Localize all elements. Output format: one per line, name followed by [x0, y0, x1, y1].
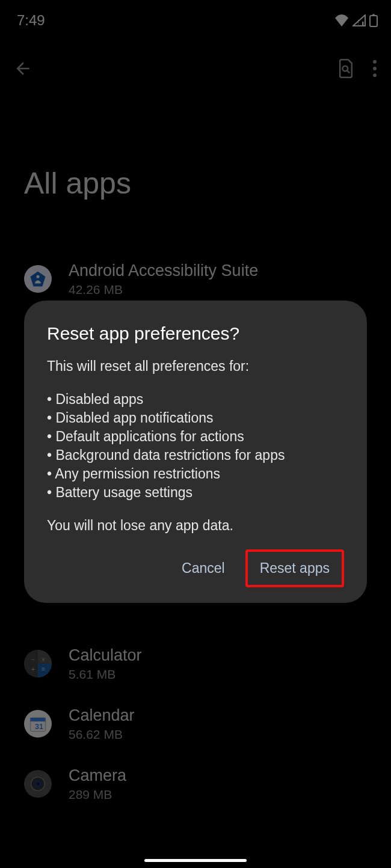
dialog-bullet: Battery usage settings — [47, 483, 344, 502]
dialog-bullet: Background data restrictions for apps — [47, 446, 344, 465]
dialog-bullet: Disabled apps — [47, 390, 344, 409]
dialog-body: This will reset all preferences for: Dis… — [47, 357, 344, 535]
dialog-trail: You will not lose any app data. — [47, 516, 344, 535]
dialog-bullets: Disabled apps Disabled app notifications… — [47, 390, 344, 502]
dialog-actions: Cancel Reset apps — [47, 549, 344, 587]
home-indicator[interactable] — [144, 859, 247, 862]
dialog-title: Reset app preferences? — [47, 323, 344, 344]
dialog-bullet: Any permission restrictions — [47, 465, 344, 483]
dialog-lead: This will reset all preferences for: — [47, 357, 344, 376]
cancel-button[interactable]: Cancel — [170, 549, 237, 587]
dialog-bullet: Default applications for actions — [47, 427, 344, 446]
reset-apps-button[interactable]: Reset apps — [245, 549, 344, 587]
dialog-bullet: Disabled app notifications — [47, 409, 344, 427]
reset-preferences-dialog: Reset app preferences? This will reset a… — [24, 301, 367, 603]
